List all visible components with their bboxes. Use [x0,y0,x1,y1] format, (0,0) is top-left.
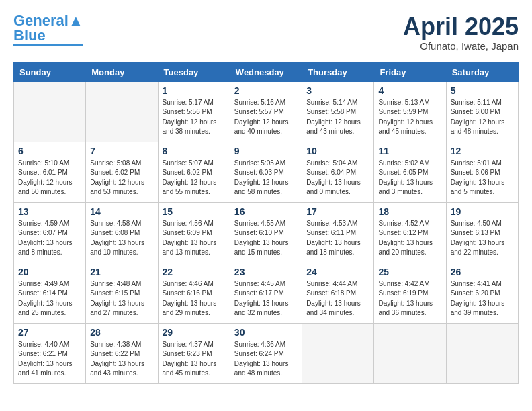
column-header-tuesday: Tuesday [158,62,230,81]
calendar-cell: 3Sunrise: 5:14 AM Sunset: 5:58 PM Daylig… [302,81,374,142]
day-number: 12 [451,146,514,156]
day-info: Sunrise: 5:02 AM Sunset: 6:05 PM Dayligh… [378,158,441,197]
day-info: Sunrise: 5:04 AM Sunset: 6:04 PM Dayligh… [306,158,369,197]
calendar-cell: 21Sunrise: 4:48 AM Sunset: 6:15 PM Dayli… [86,263,158,323]
calendar-cell: 30Sunrise: 4:36 AM Sunset: 6:24 PM Dayli… [230,323,302,383]
day-info: Sunrise: 4:36 AM Sunset: 6:24 PM Dayligh… [234,340,298,379]
logo-text: General▲ [13,13,83,28]
calendar-cell [14,81,86,142]
calendar-table: SundayMondayTuesdayWednesdayThursdayFrid… [13,62,519,384]
calendar-cell: 18Sunrise: 4:52 AM Sunset: 6:12 PM Dayli… [374,202,446,263]
calendar-cell: 27Sunrise: 4:40 AM Sunset: 6:21 PM Dayli… [14,323,86,383]
day-number: 9 [234,146,298,156]
day-info: Sunrise: 4:42 AM Sunset: 6:19 PM Dayligh… [378,279,441,318]
calendar-cell: 14Sunrise: 4:58 AM Sunset: 6:08 PM Dayli… [86,202,158,263]
day-number: 26 [451,267,514,277]
column-header-monday: Monday [86,62,158,81]
day-info: Sunrise: 5:01 AM Sunset: 6:06 PM Dayligh… [451,158,514,197]
column-header-sunday: Sunday [14,62,86,81]
day-info: Sunrise: 4:46 AM Sunset: 6:16 PM Dayligh… [163,279,226,318]
day-info: Sunrise: 4:52 AM Sunset: 6:12 PM Dayligh… [378,219,441,258]
day-number: 5 [451,85,514,96]
day-number: 18 [378,206,441,217]
calendar-cell: 16Sunrise: 4:55 AM Sunset: 6:10 PM Dayli… [230,202,302,263]
day-number: 16 [234,206,298,217]
day-info: Sunrise: 5:11 AM Sunset: 6:00 PM Dayligh… [451,98,514,137]
logo-line2: Blue [13,28,46,43]
calendar-cell: 20Sunrise: 4:49 AM Sunset: 6:14 PM Dayli… [14,263,86,323]
day-number: 13 [18,206,81,217]
day-info: Sunrise: 4:50 AM Sunset: 6:13 PM Dayligh… [451,219,514,258]
day-info: Sunrise: 5:16 AM Sunset: 5:57 PM Dayligh… [234,98,298,137]
day-number: 3 [306,85,369,96]
day-number: 14 [90,206,153,217]
day-number: 8 [163,146,226,156]
day-number: 7 [90,146,153,156]
day-number: 24 [306,267,369,277]
day-number: 2 [234,85,298,96]
page-header: General▲ Blue April 2025 Ofunato, Iwate,… [13,13,519,52]
calendar-cell: 26Sunrise: 4:41 AM Sunset: 6:20 PM Dayli… [446,263,518,323]
logo-blue: ▲ [69,12,83,29]
day-info: Sunrise: 4:44 AM Sunset: 6:18 PM Dayligh… [306,279,369,318]
calendar-cell: 11Sunrise: 5:02 AM Sunset: 6:05 PM Dayli… [374,142,446,202]
day-number: 10 [306,146,369,156]
day-info: Sunrise: 4:45 AM Sunset: 6:17 PM Dayligh… [234,279,298,318]
day-info: Sunrise: 4:55 AM Sunset: 6:10 PM Dayligh… [234,219,298,258]
day-number: 30 [234,327,298,338]
day-info: Sunrise: 4:38 AM Sunset: 6:22 PM Dayligh… [90,340,153,379]
calendar-cell: 23Sunrise: 4:45 AM Sunset: 6:17 PM Dayli… [230,263,302,323]
calendar-cell: 22Sunrise: 4:46 AM Sunset: 6:16 PM Dayli… [158,263,230,323]
day-info: Sunrise: 5:10 AM Sunset: 6:01 PM Dayligh… [18,158,81,197]
calendar-cell [302,323,374,383]
day-info: Sunrise: 4:49 AM Sunset: 6:14 PM Dayligh… [18,279,81,318]
calendar-cell: 17Sunrise: 4:53 AM Sunset: 6:11 PM Dayli… [302,202,374,263]
calendar-cell: 13Sunrise: 4:59 AM Sunset: 6:07 PM Dayli… [14,202,86,263]
day-info: Sunrise: 5:14 AM Sunset: 5:58 PM Dayligh… [306,98,369,137]
calendar-cell: 24Sunrise: 4:44 AM Sunset: 6:18 PM Dayli… [302,263,374,323]
day-info: Sunrise: 5:13 AM Sunset: 5:59 PM Dayligh… [378,98,441,137]
day-number: 28 [90,327,153,338]
day-number: 15 [163,206,226,217]
calendar-cell: 8Sunrise: 5:07 AM Sunset: 6:02 PM Daylig… [158,142,230,202]
day-info: Sunrise: 5:08 AM Sunset: 6:02 PM Dayligh… [90,158,153,197]
calendar-cell [374,323,446,383]
day-info: Sunrise: 4:56 AM Sunset: 6:09 PM Dayligh… [163,219,226,258]
day-number: 20 [18,267,81,277]
calendar-cell: 4Sunrise: 5:13 AM Sunset: 5:59 PM Daylig… [374,81,446,142]
day-info: Sunrise: 4:48 AM Sunset: 6:15 PM Dayligh… [90,279,153,318]
day-number: 11 [378,146,441,156]
calendar-cell [446,323,518,383]
calendar-cell: 15Sunrise: 4:56 AM Sunset: 6:09 PM Dayli… [158,202,230,263]
day-number: 1 [163,85,226,96]
day-info: Sunrise: 4:41 AM Sunset: 6:20 PM Dayligh… [451,279,514,318]
day-info: Sunrise: 4:59 AM Sunset: 6:07 PM Dayligh… [18,219,81,258]
column-header-saturday: Saturday [446,62,518,81]
calendar-cell: 10Sunrise: 5:04 AM Sunset: 6:04 PM Dayli… [302,142,374,202]
day-number: 23 [234,267,298,277]
month-year: April 2025 [403,13,519,40]
day-number: 17 [306,206,369,217]
day-number: 19 [451,206,514,217]
day-number: 25 [378,267,441,277]
calendar-cell: 6Sunrise: 5:10 AM Sunset: 6:01 PM Daylig… [14,142,86,202]
day-info: Sunrise: 4:58 AM Sunset: 6:08 PM Dayligh… [90,219,153,258]
calendar-cell: 7Sunrise: 5:08 AM Sunset: 6:02 PM Daylig… [86,142,158,202]
calendar-cell: 12Sunrise: 5:01 AM Sunset: 6:06 PM Dayli… [446,142,518,202]
day-number: 22 [163,267,226,277]
day-info: Sunrise: 5:17 AM Sunset: 5:56 PM Dayligh… [163,98,226,137]
title-block: April 2025 Ofunato, Iwate, Japan [403,13,519,52]
location: Ofunato, Iwate, Japan [403,40,519,52]
calendar-cell: 25Sunrise: 4:42 AM Sunset: 6:19 PM Dayli… [374,263,446,323]
day-number: 6 [18,146,81,156]
day-info: Sunrise: 4:40 AM Sunset: 6:21 PM Dayligh… [18,340,81,379]
calendar-cell: 2Sunrise: 5:16 AM Sunset: 5:57 PM Daylig… [230,81,302,142]
calendar-cell: 9Sunrise: 5:05 AM Sunset: 6:03 PM Daylig… [230,142,302,202]
calendar-cell [86,81,158,142]
column-header-thursday: Thursday [302,62,374,81]
day-info: Sunrise: 5:07 AM Sunset: 6:02 PM Dayligh… [163,158,226,197]
logo: General▲ Blue [13,13,83,46]
day-number: 21 [90,267,153,277]
logo-underline [13,44,83,46]
day-info: Sunrise: 5:05 AM Sunset: 6:03 PM Dayligh… [234,158,298,197]
